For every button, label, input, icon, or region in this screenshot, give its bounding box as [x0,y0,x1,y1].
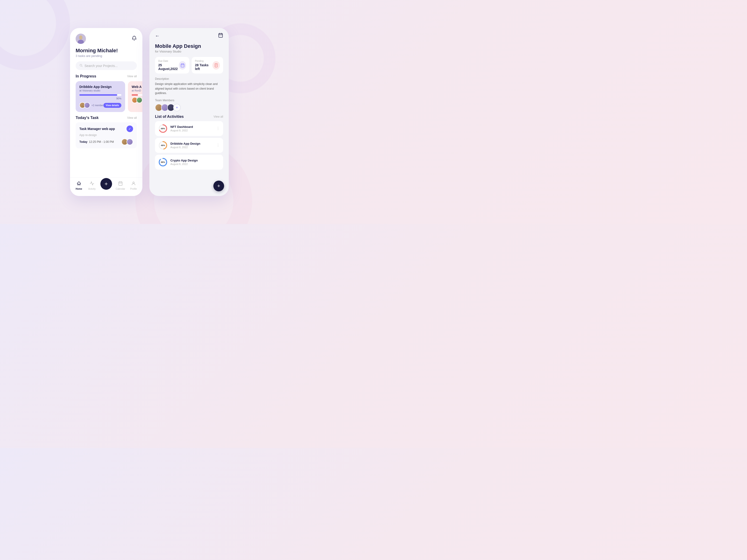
activity-icon [89,181,94,187]
activities-header: List of Activities View all [155,114,223,119]
donut-label-3: 88% [161,161,165,163]
pending-tasks-text: 3 tasks are pending [76,54,137,58]
task-top: Task Manager web app ✓ [79,126,133,132]
svg-rect-14 [219,34,223,37]
todays-task-title: Today's Task [76,116,99,120]
todays-task-header: Today's Task View all [76,116,137,122]
in-progress-header: In Progress View all [70,74,143,81]
donut-label-1: 68% [161,127,165,130]
activity-info-1: NFT Dashboard August 8, 2022 [171,125,213,132]
activity-menu-dots-1[interactable]: ⋮ [216,126,220,131]
task-avatar [127,139,133,145]
project-cards-row: Dribbble App Design at Visionary studio … [70,81,143,112]
nav-item-home[interactable]: Home [74,181,83,190]
activity-nav-label: Activity [88,188,96,190]
due-date-value: 25 August,2022 [158,63,179,71]
task-time-row: Today 12:25 PM - 1:00 PM [79,139,133,145]
activity-donut-2: 46% [158,141,168,150]
activities-view-all[interactable]: View all [213,115,223,118]
in-progress-view-all[interactable]: View all [127,75,137,78]
pending-icon [212,61,220,70]
nav-item-activity[interactable]: Activity [87,181,97,190]
team-members-section: Team Members + [149,99,229,114]
progress-bar-fill-1 [79,94,117,96]
user-avatar[interactable] [76,34,86,44]
svg-rect-9 [119,182,122,185]
project-card-web[interactable]: Web A at RonD [128,81,143,112]
description-label: Description [155,77,223,80]
nav-item-calendar[interactable]: Calendar [116,181,125,190]
back-button[interactable]: ← [155,33,160,38]
svg-rect-22 [215,63,217,67]
due-date-info: Due Date 25 August,2022 [158,60,179,71]
view-details-button[interactable]: View details [103,103,121,108]
activity-date-1: August 8, 2022 [171,129,213,132]
progress-bar-fill-2 [132,94,138,96]
search-icon [79,64,83,68]
member-avatar [84,102,90,108]
activity-item-3[interactable]: 88% Crypto App Design August 8, 2022 [155,155,223,170]
todays-task-view-all[interactable]: View all [127,116,137,119]
pending-label: Pending [195,60,212,62]
activity-donut-3: 88% [158,158,168,167]
member-avatar [136,97,143,103]
calendar-header-icon[interactable] [218,33,223,39]
activities-title: List of Activities [155,114,184,119]
p1-header [70,28,143,47]
task-card[interactable]: Task Manager web app ✓ App re-design Tod… [76,122,137,149]
task-subtitle: App re-design [79,133,133,137]
bg-decoration-1 [0,0,70,70]
nav-item-profile[interactable]: Profile [129,181,138,190]
card-subtitle-1: at Visionary studio [79,89,121,92]
activity-date-2: August 8, 2022 [171,146,213,149]
card-avatars-2 [132,97,143,103]
due-date-label: Due Date [158,60,179,62]
activity-date-3: August 8, 2022 [171,163,220,165]
activity-item-2[interactable]: 46% Dribbble App Design August 8, 2022 ⋮ [155,138,223,153]
notification-bell-icon[interactable] [132,36,137,42]
phone-home: Morning Michale! 3 tasks are pending Sea… [70,28,143,196]
progress-label-1: 90% [79,97,121,100]
pending-stat: Pending 28 Tasks left [192,57,223,74]
activity-name-1: NFT Dashboard [171,125,213,129]
greeting-text: Morning Michale! [76,48,137,54]
today-label: Today [79,140,87,143]
project-card-dribbble[interactable]: Dribbble App Design at Visionary studio … [76,81,125,112]
card-subtitle-2: at RonD [132,89,143,92]
activity-name-2: Dribbble App Design [171,142,213,145]
profile-icon [131,181,136,187]
p2-add-fab-button[interactable]: + [213,181,224,191]
donut-label-2: 46% [161,144,165,146]
card-title-2: Web A [132,85,143,89]
phones-container: Morning Michale! 3 tasks are pending Sea… [70,28,229,196]
todays-task-section: Today's Task View all Task Manager web a… [70,112,143,149]
add-member-button[interactable]: + [173,104,181,111]
svg-point-13 [133,182,134,183]
activity-info-2: Dribbble App Design August 8, 2022 [171,142,213,149]
member-count-1: +2 member [92,104,103,107]
project-main-title: Mobile App Design [155,43,223,49]
search-bar[interactable]: Search your Projects... [76,61,137,70]
team-members-label: Team Members [155,99,223,102]
in-progress-title: In Progress [76,74,96,78]
home-icon [77,181,81,187]
member-avatars-1 [79,102,90,108]
task-check-icon[interactable]: ✓ [127,126,133,132]
team-avatars-row: + [155,104,223,111]
svg-line-8 [82,66,82,67]
pending-value: 28 Tasks left [195,63,212,71]
activity-menu-dots-2[interactable]: ⋮ [216,143,220,148]
calendar-icon [118,181,123,187]
activity-donut-1: 68% [158,124,168,133]
bottom-navigation: Home Activity + [70,177,143,196]
description-section: Description Design simple application wi… [149,77,229,99]
calendar-nav-label: Calendar [116,188,125,190]
due-date-icon [179,61,186,70]
add-fab-button[interactable]: + [100,178,112,190]
task-avatars [121,139,133,145]
activity-name-3: Crypto App Design [171,159,220,162]
activity-item-1[interactable]: 68% NFT Dashboard August 8, 2022 ⋮ [155,121,223,136]
activities-section: List of Activities View all 68% NFT Dash… [149,114,229,170]
due-date-stat: Due Date 25 August,2022 [155,57,189,74]
task-name: Task Manager web app [79,127,115,131]
